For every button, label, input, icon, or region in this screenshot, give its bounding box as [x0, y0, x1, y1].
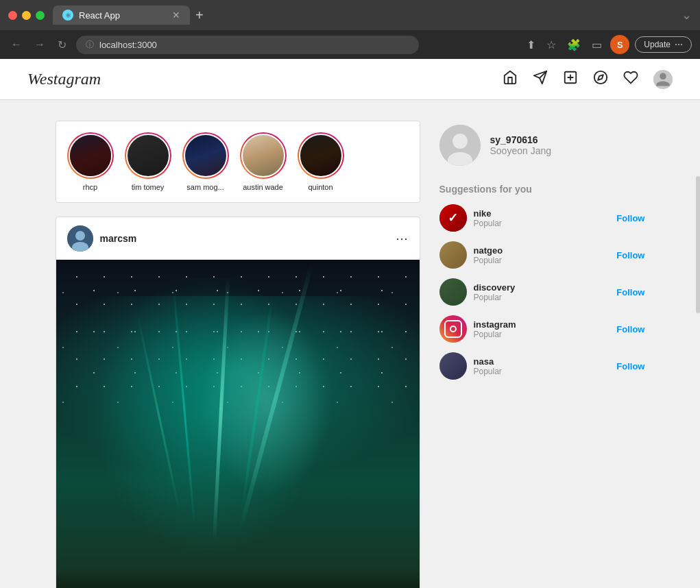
suggestion-item: natgeo Popular Follow	[439, 241, 645, 269]
suggestions-section: Suggestions for you ✓ nike Popular Follo…	[439, 184, 645, 380]
minimize-button[interactable]	[22, 11, 31, 20]
suggestion-item: ✓ nike Popular Follow	[439, 204, 645, 232]
follow-button-nasa[interactable]: Follow	[616, 358, 644, 374]
story-avatar	[126, 134, 170, 177]
story-label: tim tomey	[132, 183, 165, 191]
reload-button[interactable]: ↻	[55, 36, 69, 54]
browser-user-avatar[interactable]: S	[610, 35, 629, 54]
suggestion-item: nasa Popular Follow	[439, 352, 645, 380]
story-avatar-wrap	[67, 132, 114, 179]
share-button[interactable]: ⬆	[524, 36, 538, 54]
story-avatar	[299, 134, 343, 177]
profile-avatar[interactable]	[439, 125, 481, 166]
forward-button[interactable]: →	[32, 36, 48, 53]
explore-icon[interactable]	[593, 70, 608, 89]
suggestion-avatar-nasa[interactable]	[439, 352, 467, 380]
suggestion-info: discovery Popular	[474, 282, 610, 302]
suggestion-avatar-discovery[interactable]	[439, 278, 467, 306]
add-post-icon[interactable]	[563, 70, 578, 89]
maximize-button[interactable]	[36, 11, 45, 20]
post-more-button[interactable]: ···	[396, 232, 408, 246]
extensions-button[interactable]: 🧩	[564, 36, 583, 54]
story-label: austin wade	[243, 183, 283, 191]
silhouette-layer	[56, 569, 420, 589]
close-button[interactable]	[8, 11, 17, 20]
svg-point-8	[75, 231, 85, 241]
stories-card: rhcp tim tomey sam mog...	[56, 121, 420, 203]
suggestion-name: nasa	[474, 356, 610, 367]
heart-icon[interactable]	[623, 70, 638, 89]
aurora-background	[56, 260, 420, 588]
secure-icon: ⓘ	[86, 39, 94, 51]
follow-button-instagram[interactable]: Follow	[616, 321, 644, 337]
story-label: rhcp	[83, 183, 97, 191]
browser-window: ⚛ React App ✕ + ⌄ ← → ↻ ⓘ localhost:3000…	[0, 0, 700, 59]
story-avatar-wrap	[298, 132, 344, 179]
story-item[interactable]: rhcp	[67, 132, 114, 191]
bookmark-button[interactable]: ☆	[544, 36, 559, 54]
story-item[interactable]: sam mog...	[182, 132, 229, 191]
scrollbar[interactable]	[696, 176, 700, 313]
story-avatar-wrap	[182, 132, 229, 179]
profile-card: sy_970616 Sooyeon Jang	[439, 121, 645, 170]
suggestion-avatar-nike[interactable]: ✓	[439, 204, 467, 232]
story-item[interactable]: tim tomey	[125, 132, 171, 191]
profile-fullname: Sooyeon Jang	[490, 145, 552, 156]
traffic-lights	[8, 11, 45, 20]
svg-marker-6	[598, 75, 603, 80]
app-nav	[503, 70, 673, 89]
suggestion-name: natgeo	[474, 245, 610, 256]
update-button[interactable]: Update ⋯	[635, 36, 692, 53]
story-item[interactable]: austin wade	[240, 132, 287, 191]
stories-scroll[interactable]: rhcp tim tomey sam mog...	[56, 132, 420, 191]
tab-close-button[interactable]: ✕	[172, 10, 180, 21]
back-button[interactable]: ←	[8, 36, 25, 53]
post-image	[56, 260, 420, 588]
browser-tab[interactable]: ⚛ React App ✕	[53, 5, 190, 25]
suggestion-meta: Popular	[474, 367, 610, 376]
story-avatar	[184, 134, 228, 177]
suggestion-item: instagram Popular Follow	[439, 315, 645, 343]
story-label: quinton	[308, 183, 333, 191]
ellipsis-icon: ⋯	[675, 40, 683, 49]
tab-favicon: ⚛	[62, 10, 73, 21]
address-bar[interactable]: ⓘ localhost:3000	[76, 36, 419, 54]
story-item[interactable]: quinton	[298, 132, 344, 191]
home-icon[interactable]	[503, 70, 518, 89]
suggestions-title: Suggestions for you	[439, 184, 645, 195]
suggestion-info: nike Popular	[474, 208, 610, 228]
follow-button-nike[interactable]: Follow	[616, 210, 644, 226]
post-username: marcsm	[100, 233, 389, 244]
post-avatar[interactable]	[67, 225, 93, 252]
suggestion-info: nasa Popular	[474, 356, 610, 376]
suggestion-name: nike	[474, 208, 610, 219]
suggestion-avatar-natgeo[interactable]	[439, 241, 467, 269]
new-tab-button[interactable]: +	[195, 8, 204, 23]
sidebar-column: sy_970616 Sooyeon Jang Suggestions for y…	[439, 121, 645, 389]
suggestion-avatar-instagram[interactable]	[439, 315, 467, 343]
browser-addressbar: ← → ↻ ⓘ localhost:3000 ⬆ ☆ 🧩 ▭ S Update …	[0, 30, 700, 59]
suggestion-name: discovery	[474, 282, 610, 293]
app-logo: Westagram	[27, 70, 101, 88]
story-avatar	[241, 134, 285, 177]
chevron-down-icon: ⌄	[681, 8, 692, 23]
suggestion-item: discovery Popular Follow	[439, 278, 645, 306]
story-avatar-wrap	[240, 132, 287, 179]
follow-button-discovery[interactable]: Follow	[616, 284, 644, 300]
tab-title: React App	[79, 10, 120, 21]
app-header: Westagram	[0, 59, 700, 100]
browser-actions: ⬆ ☆ 🧩 ▭ S Update ⋯	[524, 35, 692, 54]
profile-nav-avatar[interactable]	[653, 70, 673, 89]
suggestion-meta: Popular	[474, 293, 610, 302]
follow-button-natgeo[interactable]: Follow	[616, 247, 644, 263]
story-avatar-wrap	[125, 132, 171, 179]
browser-titlebar: ⚛ React App ✕ + ⌄	[0, 0, 700, 30]
story-label: sam mog...	[186, 183, 224, 191]
send-icon[interactable]	[533, 70, 548, 89]
suggestion-meta: Popular	[474, 219, 610, 228]
svg-point-5	[594, 71, 607, 83]
profile-username: sy_970616	[490, 134, 552, 145]
suggestion-name: instagram	[474, 319, 610, 330]
feed-column: rhcp tim tomey sam mog...	[56, 121, 420, 588]
split-view-button[interactable]: ▭	[589, 36, 605, 54]
